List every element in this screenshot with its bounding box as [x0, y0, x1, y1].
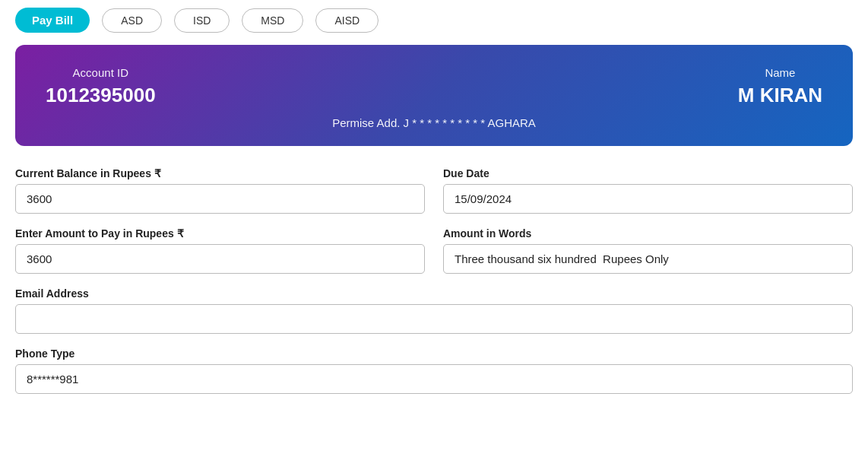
- email-group: Email Address: [15, 287, 853, 334]
- due-date-group: Due Date: [443, 167, 853, 214]
- top-nav: Pay Bill ASD ISD MSD AISD: [0, 0, 868, 45]
- form-row-balance-duedate: Current Balance in Rupees ₹ Due Date: [15, 167, 853, 214]
- form-row-amount: Enter Amount to Pay in Rupees ₹ Amount i…: [15, 227, 853, 274]
- due-date-input[interactable]: [443, 184, 853, 214]
- name-label: Name: [765, 66, 795, 79]
- current-balance-group: Current Balance in Rupees ₹: [15, 167, 425, 214]
- account-card: Account ID 1012395000 Name M KIRAN Permi…: [15, 45, 853, 146]
- account-id-field: Account ID 1012395000: [46, 66, 156, 107]
- amount-words-group: Amount in Words: [443, 227, 853, 274]
- enter-amount-input[interactable]: [15, 244, 425, 274]
- email-label: Email Address: [15, 287, 853, 300]
- account-id-label: Account ID: [73, 66, 128, 79]
- phone-type-group: Phone Type: [15, 348, 853, 394]
- due-date-label: Due Date: [443, 167, 853, 179]
- current-balance-label: Current Balance in Rupees ₹: [15, 167, 425, 179]
- nav-msd-button[interactable]: MSD: [242, 8, 303, 33]
- amount-words-label: Amount in Words: [443, 227, 853, 240]
- nav-aisd-button[interactable]: AISD: [315, 8, 379, 33]
- phone-type-input[interactable]: [15, 364, 853, 394]
- enter-amount-group: Enter Amount to Pay in Rupees ₹: [15, 227, 425, 274]
- nav-isd-button[interactable]: ISD: [174, 8, 230, 33]
- email-input[interactable]: [15, 304, 853, 334]
- name-value: M KIRAN: [738, 84, 822, 107]
- current-balance-input[interactable]: [15, 184, 425, 214]
- name-field: Name M KIRAN: [738, 66, 822, 107]
- pay-bill-button[interactable]: Pay Bill: [15, 8, 90, 33]
- amount-words-input[interactable]: [443, 244, 853, 274]
- nav-asd-button[interactable]: ASD: [102, 8, 162, 33]
- phone-type-label: Phone Type: [15, 348, 853, 360]
- account-address: Permise Add. J * * * * * * * * * * AGHAR…: [332, 116, 536, 129]
- form-section: Current Balance in Rupees ₹ Due Date Ent…: [0, 164, 868, 394]
- account-id-value: 1012395000: [46, 84, 156, 107]
- enter-amount-label: Enter Amount to Pay in Rupees ₹: [15, 227, 425, 240]
